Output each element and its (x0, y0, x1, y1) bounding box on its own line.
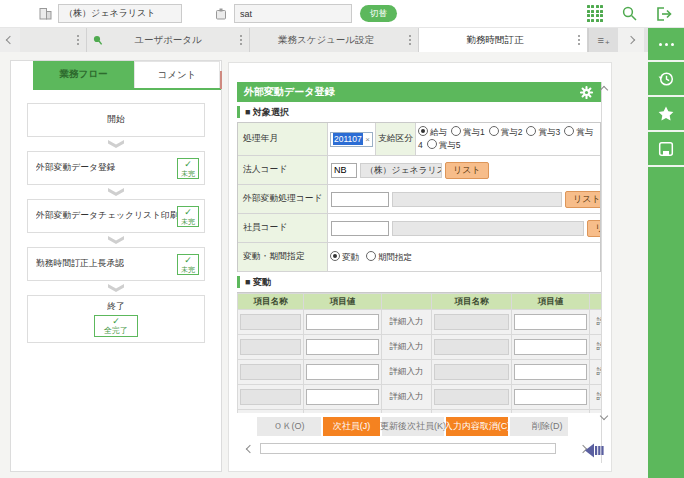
flow-step-label: 終了 (107, 301, 125, 313)
chevron-left-icon (6, 36, 14, 44)
item-value-input[interactable] (514, 389, 587, 405)
tab-workflow[interactable]: 業務フロー (33, 61, 134, 88)
item-value-input[interactable] (514, 339, 587, 355)
item-value-input[interactable] (514, 364, 587, 380)
tab-menu-icon[interactable] (571, 28, 587, 52)
item-value-input[interactable] (514, 314, 587, 330)
company-input[interactable] (58, 4, 182, 23)
rail-history-button[interactable] (648, 62, 684, 97)
pay-type-option[interactable]: 賞与1 (451, 127, 485, 137)
flow-step[interactable]: 勤務時間訂正上長承認✓未完 (27, 247, 205, 281)
horizontal-scrollbar (247, 443, 601, 454)
tab-2[interactable]: 業務スケジュール設定 (250, 28, 419, 52)
tabs-scroll-right-button[interactable] (618, 28, 644, 52)
tab-3[interactable]: 勤務時間訂正 (419, 28, 588, 52)
corp-list-button[interactable]: リスト (445, 162, 489, 179)
employee-code-input[interactable] (331, 221, 389, 236)
tab-comment[interactable]: コメント (134, 61, 220, 88)
flow-step[interactable]: 外部変動データ登録✓未完 (27, 151, 205, 185)
corp-code-input[interactable] (331, 163, 357, 178)
detail-input-button[interactable]: 詳細入力 (382, 410, 432, 414)
pay-type-option[interactable]: 賞与5 (427, 140, 461, 150)
logout-button[interactable] (646, 0, 680, 28)
item-value-input[interactable] (306, 314, 379, 330)
radio-icon (564, 126, 574, 136)
tab-menu-icon[interactable] (402, 28, 418, 52)
detail-input-button[interactable]: 詳細入力 (590, 385, 602, 410)
flow-step-label: 外部変動データ登録 (36, 162, 116, 174)
tab-menu-icon[interactable] (70, 28, 86, 52)
action-button-row: ＯＫ(O)次社員(J)更新後次社員(K)入力内容取消(C)削除(D) (257, 417, 601, 436)
item-value-input[interactable] (306, 339, 379, 355)
panel-icon (657, 140, 675, 158)
rail-favorites-button[interactable] (648, 97, 684, 132)
action-button-0[interactable]: ＯＫ(O) (257, 417, 321, 436)
item-value-input[interactable] (306, 364, 379, 380)
switch-button[interactable]: 切替 (360, 5, 397, 22)
hendo-row: 詳細入力詳細入力 (238, 385, 602, 410)
proc-list-button[interactable]: リスト (565, 191, 600, 208)
pay-type-option[interactable]: 賞与2 (489, 127, 523, 137)
scrollbar-track[interactable] (260, 443, 556, 454)
hendo-table: 項目名称項目値項目名称項目値詳細入力詳細入力詳細入力詳細入力詳細入力詳細入力詳細… (237, 293, 601, 413)
scroll-left-icon[interactable] (246, 444, 254, 452)
detail-input-button[interactable]: 詳細入力 (590, 360, 602, 385)
hendo-row: 詳細入力詳細入力 (238, 310, 602, 335)
pay-type-option[interactable]: 給与 (418, 127, 447, 137)
action-button-2[interactable]: 更新後次社員(K) (382, 417, 444, 436)
flow-step[interactable]: 外部変動データチェックリスト印刷✓未完 (27, 199, 205, 233)
tab-stub[interactable] (20, 28, 87, 52)
period-label: 処理年月 (238, 123, 328, 155)
clear-icon[interactable]: × (365, 135, 370, 144)
detail-input-button[interactable]: 詳細入力 (590, 310, 602, 335)
detail-input-button[interactable]: 詳細入力 (590, 335, 602, 360)
detail-input-button[interactable]: 詳細入力 (382, 385, 432, 410)
tab-1[interactable]: ユーザポータル (87, 28, 250, 52)
panel-scroll-indicator (220, 71, 222, 89)
detail-input-button[interactable]: 詳細入力 (382, 310, 432, 335)
employee-code-label: 社員コード (238, 214, 328, 242)
flow-step[interactable]: 終了✓全完了 (27, 295, 205, 343)
detail-input-button[interactable]: 詳細入力 (590, 410, 602, 414)
tab-menu-icon[interactable] (233, 28, 249, 52)
workflow-panel: 業務フロー コメント 開始外部変動データ登録✓未完外部変動データチェックリスト印… (10, 60, 222, 472)
pay-type-option[interactable]: 賞与3 (526, 127, 560, 137)
action-button-1[interactable]: 次社員(J) (323, 417, 380, 436)
hendo-column-header (382, 294, 432, 310)
radio-icon (526, 126, 536, 136)
rail-filler (648, 167, 684, 478)
search-icon (621, 5, 638, 22)
action-button-3[interactable]: 入力内容取消(C) (446, 417, 508, 436)
settings-gear-icon[interactable] (579, 85, 594, 100)
tabs-scroll-left-button[interactable] (0, 28, 20, 52)
check-icon: ✓ (184, 208, 192, 217)
status-badge[interactable]: ✓未完 (177, 158, 199, 179)
hendo-row: 詳細入力詳細入力 (238, 410, 602, 414)
detail-input-button[interactable]: 詳細入力 (382, 335, 432, 360)
detail-input-button[interactable]: 詳細入力 (382, 360, 432, 385)
action-button-4[interactable]: 削除(D) (510, 417, 568, 436)
status-badge[interactable]: ✓未完 (177, 206, 199, 227)
status-badge[interactable]: ✓未完 (177, 254, 199, 275)
add-list-icon: ≡ (597, 34, 603, 46)
rail-overflow-menu-button[interactable] (648, 28, 684, 62)
mode-option[interactable]: 期間指定 (366, 251, 412, 264)
search-button[interactable] (612, 0, 646, 28)
proc-code-input[interactable] (331, 192, 389, 207)
workflow-panel-tabs: 業務フロー コメント (33, 61, 221, 90)
user-input[interactable] (234, 4, 352, 23)
radio-icon (366, 251, 376, 261)
period-input[interactable]: 201107 × (330, 132, 373, 147)
back-arrow-icon[interactable] (585, 443, 605, 458)
item-value-input[interactable] (306, 389, 379, 405)
add-tab-button[interactable]: ≡+ (588, 28, 618, 52)
employee-list-button[interactable]: リスト (587, 220, 600, 237)
top-bar: 切替 (0, 0, 684, 28)
rail-panel-button[interactable] (648, 132, 684, 167)
flow-step[interactable]: 開始 (27, 103, 205, 137)
apps-grid-button[interactable] (578, 0, 612, 28)
mode-option[interactable]: 変動 (330, 251, 359, 264)
hendo-column-header: 項目値 (512, 294, 590, 310)
pin-icon (93, 35, 103, 46)
all-complete-button[interactable]: ✓全完了 (94, 315, 138, 338)
